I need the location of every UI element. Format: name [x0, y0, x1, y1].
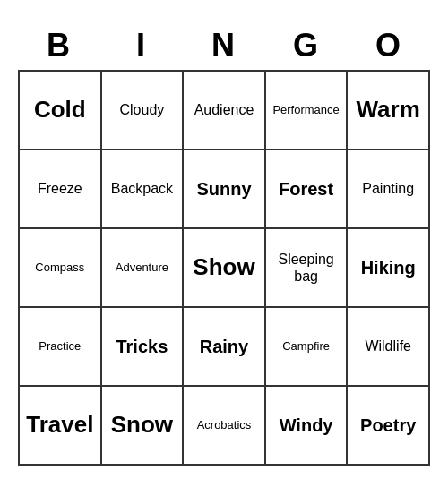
grid-cell: Rainy — [184, 308, 266, 387]
grid-cell: Cold — [20, 72, 102, 150]
grid-cell: Windy — [266, 387, 349, 466]
cell-text: Freeze — [38, 180, 82, 197]
grid-cell: Compass — [20, 229, 102, 308]
grid-cell: Painting — [348, 150, 430, 229]
grid-cell: Freeze — [20, 150, 102, 229]
header-letter: G — [265, 21, 348, 70]
cell-text: Travel — [26, 411, 93, 439]
cell-text: Show — [193, 253, 254, 281]
header-letter: I — [100, 21, 183, 70]
grid-cell: Audience — [184, 72, 266, 150]
cell-text: Compass — [35, 261, 84, 275]
header-letter: N — [183, 21, 265, 70]
cell-text: Tricks — [116, 336, 168, 357]
cell-text: Practice — [39, 339, 81, 354]
cell-text: Warm — [357, 96, 420, 124]
cell-text: Snow — [111, 411, 173, 439]
cell-text: Windy — [280, 414, 333, 436]
grid-cell: Snow — [102, 387, 185, 466]
cell-text: Hiking — [361, 257, 416, 278]
grid-cell: Poetry — [348, 387, 430, 466]
cell-text: Sleeping bag — [270, 251, 343, 285]
cell-text: Cold — [34, 96, 86, 124]
grid-cell: Adventure — [102, 229, 185, 308]
grid-cell: Hiking — [348, 229, 430, 308]
header-letter: O — [348, 21, 430, 70]
grid-cell: Warm — [348, 72, 430, 150]
bingo-card: BINGO ColdCloudyAudiencePerformanceWarmF… — [18, 21, 430, 466]
bingo-header: BINGO — [18, 21, 430, 70]
cell-text: Forest — [279, 178, 333, 200]
grid-cell: Cloudy — [102, 72, 185, 150]
grid-cell: Sunny — [184, 150, 266, 229]
cell-text: Adventure — [116, 261, 168, 275]
grid-cell: Travel — [20, 387, 102, 466]
grid-cell: Sleeping bag — [266, 229, 349, 308]
cell-text: Poetry — [360, 414, 416, 436]
cell-text: Acrobatics — [197, 418, 252, 432]
grid-cell: Backpack — [102, 150, 185, 229]
cell-text: Backpack — [111, 180, 173, 197]
grid-cell: Forest — [266, 150, 349, 229]
grid-cell: Tricks — [102, 308, 185, 387]
cell-text: Campfire — [282, 339, 330, 354]
grid-cell: Campfire — [266, 308, 349, 387]
header-letter: B — [18, 21, 100, 70]
grid-cell: Wildlife — [348, 308, 430, 387]
grid-cell: Practice — [20, 308, 102, 387]
grid-cell: Acrobatics — [184, 387, 266, 466]
cell-text: Performance — [272, 103, 339, 117]
cell-text: Cloudy — [119, 101, 164, 118]
cell-text: Audience — [194, 101, 254, 118]
grid-cell: Performance — [266, 72, 349, 150]
cell-text: Painting — [362, 180, 414, 197]
cell-text: Wildlife — [365, 337, 411, 355]
cell-text: Rainy — [200, 336, 248, 357]
cell-text: Sunny — [196, 178, 251, 200]
grid-cell: Show — [184, 229, 266, 308]
bingo-grid: ColdCloudyAudiencePerformanceWarmFreezeB… — [18, 70, 430, 466]
